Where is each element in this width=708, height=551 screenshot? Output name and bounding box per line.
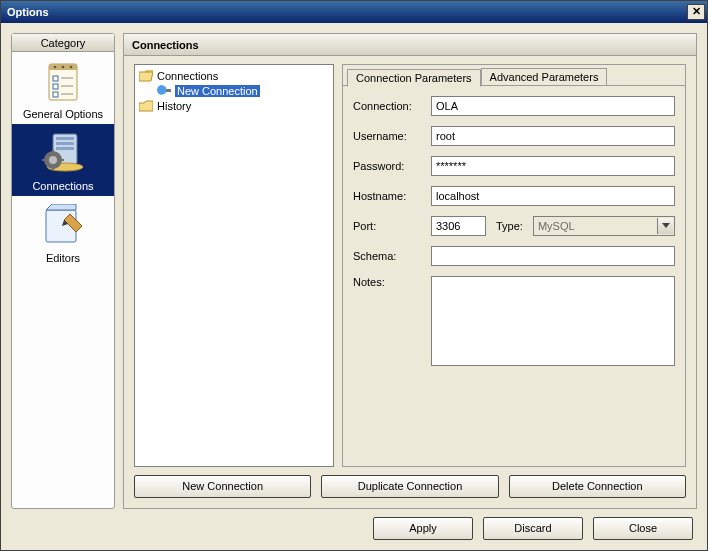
titlebar: Options ✕ bbox=[1, 1, 707, 23]
tab-bar: Connection Parameters Advanced Parameter… bbox=[343, 65, 685, 86]
port-label: Port: bbox=[353, 220, 431, 232]
server-gear-icon bbox=[39, 130, 87, 178]
folder-icon bbox=[139, 100, 153, 112]
svg-rect-19 bbox=[52, 167, 54, 171]
connection-button-row: New Connection Duplicate Connection Dele… bbox=[134, 475, 686, 498]
category-item-connections[interactable]: Connections bbox=[12, 124, 114, 196]
svg-rect-12 bbox=[56, 137, 74, 140]
username-input[interactable] bbox=[431, 126, 675, 146]
notes-textarea[interactable] bbox=[431, 276, 675, 366]
content-title: Connections bbox=[124, 34, 696, 56]
svg-rect-20 bbox=[42, 159, 46, 161]
tree-item-history[interactable]: History bbox=[137, 99, 331, 113]
category-panel: Category General Options bbox=[11, 33, 115, 509]
connection-tree[interactable]: Connections New Connection History bbox=[134, 64, 334, 467]
svg-rect-13 bbox=[56, 142, 74, 145]
close-button[interactable]: Close bbox=[593, 517, 693, 540]
type-label: Type: bbox=[496, 220, 523, 232]
svg-point-2 bbox=[54, 66, 57, 69]
globe-plug-icon bbox=[157, 84, 171, 98]
svg-rect-21 bbox=[60, 159, 64, 161]
password-input[interactable] bbox=[431, 156, 675, 176]
svg-point-3 bbox=[62, 66, 65, 69]
delete-connection-button[interactable]: Delete Connection bbox=[509, 475, 686, 498]
hostname-input[interactable] bbox=[431, 186, 675, 206]
category-item-editors[interactable]: Editors bbox=[12, 196, 114, 268]
svg-point-4 bbox=[70, 66, 73, 69]
tree-label: Connections bbox=[157, 70, 218, 82]
password-label: Password: bbox=[353, 160, 431, 172]
tab-advanced-parameters[interactable]: Advanced Parameters bbox=[481, 68, 608, 85]
form-panel: Connection Parameters Advanced Parameter… bbox=[342, 64, 686, 467]
content-panel: Connections Connections New Connect bbox=[123, 33, 697, 509]
svg-rect-14 bbox=[56, 147, 74, 150]
svg-rect-24 bbox=[166, 89, 171, 92]
duplicate-connection-button[interactable]: Duplicate Connection bbox=[321, 475, 498, 498]
notes-label: Notes: bbox=[353, 276, 431, 288]
hostname-label: Hostname: bbox=[353, 190, 431, 202]
tree-label: New Connection bbox=[175, 85, 260, 97]
type-value: MySQL bbox=[538, 220, 575, 232]
folder-open-icon bbox=[139, 70, 153, 82]
connection-input[interactable] bbox=[431, 96, 675, 116]
category-label: Editors bbox=[12, 252, 114, 264]
category-header: Category bbox=[12, 34, 114, 52]
footer-button-row: Apply Discard Close bbox=[11, 517, 697, 540]
tree-item-new-connection[interactable]: New Connection bbox=[137, 83, 331, 99]
apply-button[interactable]: Apply bbox=[373, 517, 473, 540]
username-label: Username: bbox=[353, 130, 431, 142]
category-label: General Options bbox=[12, 108, 114, 120]
tab-connection-parameters[interactable]: Connection Parameters bbox=[347, 69, 481, 87]
editor-icon bbox=[39, 202, 87, 250]
discard-button[interactable]: Discard bbox=[483, 517, 583, 540]
type-select[interactable]: MySQL bbox=[533, 216, 675, 236]
svg-point-17 bbox=[49, 156, 57, 164]
schema-label: Schema: bbox=[353, 250, 431, 262]
schema-input[interactable] bbox=[431, 246, 675, 266]
tree-label: History bbox=[157, 100, 191, 112]
svg-rect-18 bbox=[52, 149, 54, 153]
category-item-general-options[interactable]: General Options bbox=[12, 52, 114, 124]
tree-item-connections[interactable]: Connections bbox=[137, 69, 331, 83]
connection-label: Connection: bbox=[353, 100, 431, 112]
chevron-down-icon bbox=[657, 218, 673, 234]
new-connection-button[interactable]: New Connection bbox=[134, 475, 311, 498]
close-icon[interactable]: ✕ bbox=[687, 4, 705, 20]
port-input[interactable] bbox=[431, 216, 486, 236]
notepad-icon bbox=[39, 58, 87, 106]
window-title: Options bbox=[7, 6, 49, 18]
category-label: Connections bbox=[12, 180, 114, 192]
